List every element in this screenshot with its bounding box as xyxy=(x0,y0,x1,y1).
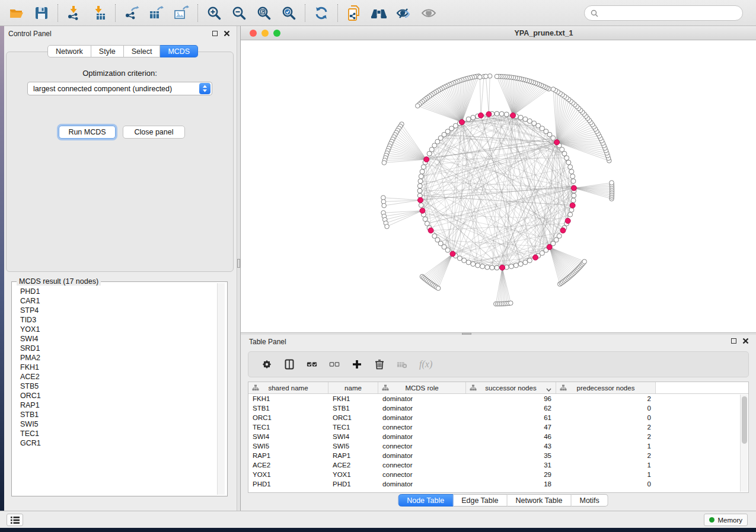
create-column-button[interactable] xyxy=(352,359,362,370)
table-cell[interactable]: connector xyxy=(378,470,466,479)
table-cell[interactable]: 2 xyxy=(556,451,656,460)
table-cell[interactable]: 0 xyxy=(556,413,656,422)
table-cell[interactable]: RAP1 xyxy=(248,451,328,460)
table-row[interactable]: RAP1RAP1dominator352 xyxy=(248,451,748,460)
table-cell[interactable]: FKH1 xyxy=(248,394,328,403)
table-settings-button[interactable] xyxy=(261,359,272,370)
network-window-titlebar[interactable]: YPA_prune.txt_1 xyxy=(241,26,756,40)
table-cell[interactable]: connector xyxy=(378,441,466,451)
table-cell[interactable]: PHD1 xyxy=(248,479,328,489)
table-cell[interactable]: 29 xyxy=(466,470,556,479)
table-cell[interactable]: PHD1 xyxy=(328,479,378,489)
table-row[interactable]: TEC1TEC1connector472 xyxy=(248,422,748,432)
import-table-button[interactable] xyxy=(88,2,110,24)
mcds-result-item[interactable]: TID3 xyxy=(13,315,218,325)
table-cell[interactable]: ORC1 xyxy=(328,413,378,422)
zoom-in-button[interactable] xyxy=(203,2,225,24)
tab-network-table[interactable]: Network Table xyxy=(508,494,572,507)
open-file-button[interactable] xyxy=(6,2,27,24)
function-builder-button[interactable]: f(x) xyxy=(419,359,432,370)
mcds-result-item[interactable]: SRD1 xyxy=(13,344,218,353)
close-panel-button[interactable]: Close panel xyxy=(123,126,185,139)
table-row[interactable]: STB1STB1dominator620 xyxy=(248,403,748,413)
show-column-panel-button[interactable] xyxy=(284,359,295,370)
mcds-result-item[interactable]: STB5 xyxy=(13,382,218,391)
table-cell[interactable]: 2 xyxy=(556,394,656,403)
mcds-list-scrollbar[interactable] xyxy=(217,283,225,495)
close-panel-icon[interactable] xyxy=(224,30,230,37)
table-cell[interactable]: 43 xyxy=(466,441,556,451)
search-input[interactable] xyxy=(602,9,736,17)
mcds-result-item[interactable]: PMA2 xyxy=(13,353,218,363)
save-session-button[interactable] xyxy=(31,2,52,24)
splitter-grip[interactable] xyxy=(237,259,240,268)
close-panel-icon[interactable] xyxy=(742,338,749,344)
table-cell[interactable]: dominator xyxy=(378,413,466,422)
minimize-window-traffic-light[interactable] xyxy=(261,30,269,37)
mcds-result-item[interactable]: RAP1 xyxy=(13,400,218,410)
unselect-all-columns-button[interactable] xyxy=(329,359,340,370)
table-cell[interactable]: TEC1 xyxy=(248,422,328,432)
table-cell[interactable]: 1 xyxy=(556,460,656,470)
table-cell[interactable]: STB1 xyxy=(328,403,378,413)
table-cell[interactable]: 0 xyxy=(556,479,656,489)
delete-columns-button[interactable] xyxy=(374,359,385,370)
table-cell[interactable]: 35 xyxy=(466,451,556,460)
table-cell[interactable]: 96 xyxy=(466,394,556,403)
optimization-select[interactable]: largest connected component (undirected) xyxy=(27,82,212,95)
memory-button[interactable]: Memory xyxy=(704,514,748,526)
table-row[interactable]: ACE2ACE2connector311 xyxy=(248,460,748,470)
mcds-result-item[interactable]: STB1 xyxy=(13,410,218,419)
table-cell[interactable]: 2 xyxy=(556,422,656,432)
table-cell[interactable]: connector xyxy=(378,422,466,432)
mcds-result-item[interactable]: FKH1 xyxy=(13,363,218,372)
column-header-shared-name[interactable]: shared name xyxy=(248,382,328,393)
table-row[interactable]: ORC1ORC1dominator610 xyxy=(248,413,748,422)
table-cell[interactable]: STB1 xyxy=(248,403,328,413)
mcds-result-item[interactable]: TEC1 xyxy=(13,429,218,438)
zoom-out-button[interactable] xyxy=(228,2,250,24)
mcds-result-item[interactable]: SWI4 xyxy=(13,334,218,344)
zoom-selected-button[interactable] xyxy=(278,2,299,24)
table-cell[interactable]: dominator xyxy=(378,479,466,489)
mcds-result-item[interactable]: CAR1 xyxy=(13,296,218,306)
maximize-window-traffic-light[interactable] xyxy=(273,30,280,37)
table-cell[interactable]: 47 xyxy=(466,422,556,432)
table-cell[interactable]: 1 xyxy=(556,470,656,479)
tab-mcds[interactable]: MCDS xyxy=(160,45,198,57)
table-scrollbar[interactable] xyxy=(740,395,748,492)
table-cell[interactable]: connector xyxy=(378,460,466,470)
table-cell[interactable]: 46 xyxy=(466,432,556,441)
tab-node-table[interactable]: Node Table xyxy=(398,494,453,507)
tab-style[interactable]: Style xyxy=(91,45,124,57)
sort-chevron-icon[interactable] xyxy=(546,386,551,393)
float-panel-icon[interactable] xyxy=(212,31,218,36)
export-image-button[interactable] xyxy=(171,2,192,24)
mcds-result-item[interactable]: YOX1 xyxy=(13,325,218,334)
table-cell[interactable]: 18 xyxy=(466,479,556,489)
table-cell[interactable]: SWI4 xyxy=(248,432,328,441)
duplicate-network-button[interactable] xyxy=(343,2,365,24)
table-cell[interactable]: SWI5 xyxy=(248,441,328,451)
table-cell[interactable]: ORC1 xyxy=(248,413,328,422)
table-cell[interactable]: SWI4 xyxy=(328,432,378,441)
table-row[interactable]: FKH1FKH1dominator962 xyxy=(248,394,748,403)
column-header-successor-nodes[interactable]: successor nodes xyxy=(466,382,556,393)
float-panel-icon[interactable] xyxy=(731,338,736,344)
table-cell[interactable]: ACE2 xyxy=(328,460,378,470)
table-cell[interactable]: 0 xyxy=(556,403,656,413)
tab-edge-table[interactable]: Edge Table xyxy=(453,494,507,507)
mcds-result-item[interactable]: GCR1 xyxy=(13,438,218,448)
table-cell[interactable]: dominator xyxy=(378,451,466,460)
table-row[interactable]: YOX1YOX1connector291 xyxy=(248,470,748,479)
network-graph[interactable] xyxy=(241,40,756,332)
hide-graphics-details-button[interactable] xyxy=(393,2,414,24)
table-row[interactable]: SWI5SWI5connector431 xyxy=(248,441,748,451)
table-row[interactable]: SWI4SWI4dominator462 xyxy=(248,432,748,441)
tab-network[interactable]: Network xyxy=(47,45,91,57)
network-canvas[interactable] xyxy=(241,40,756,332)
import-network-button[interactable] xyxy=(63,2,85,24)
table-cell[interactable]: YOX1 xyxy=(248,470,328,479)
tab-motifs[interactable]: Motifs xyxy=(571,494,608,507)
tab-select[interactable]: Select xyxy=(124,45,161,57)
